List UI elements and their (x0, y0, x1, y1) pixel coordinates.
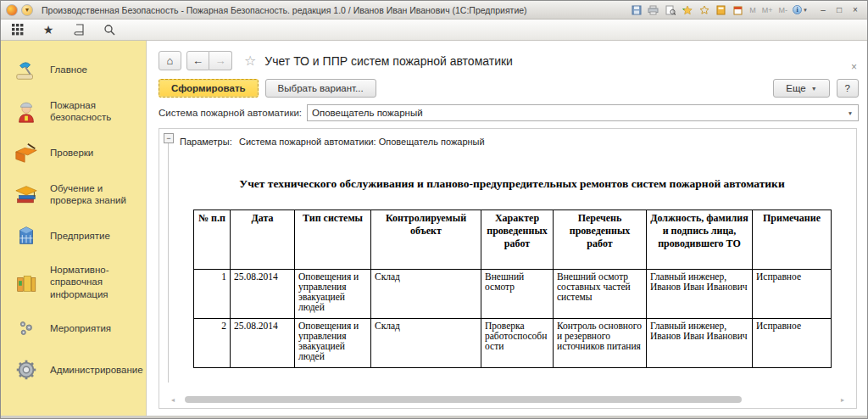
folder-pencil-icon (11, 139, 42, 166)
search-icon[interactable] (103, 23, 116, 36)
1c-logo-icon[interactable] (6, 4, 18, 16)
minimize-button[interactable]: – (816, 4, 830, 16)
report-params: Параметры: Система пожарной автоматики: … (180, 137, 856, 147)
col-header-object: Контролируемый объект (371, 210, 481, 270)
quick-toolbar: ★ (1, 20, 867, 41)
page-title: Учет ТО и ППР систем пожарной автоматики (264, 54, 513, 68)
group-line (168, 143, 169, 383)
titlebar: ▼ Производственная Безопасность - Пожарн… (1, 1, 867, 20)
save-icon[interactable] (630, 4, 643, 16)
sidebar-item-enterprise[interactable]: Предприятие (9, 219, 142, 253)
print-preview-icon[interactable] (664, 4, 676, 16)
cell-system-type: Оповещения и управления эвакуацией людей (295, 319, 371, 368)
history-icon[interactable] (72, 23, 86, 36)
report-spreadsheet-area[interactable]: − Параметры: Система пожарной автоматики… (159, 128, 857, 409)
cell-person: Главный инженер, Иванов Иван Иванович (647, 319, 753, 368)
gear-icon (11, 356, 42, 383)
table-row: 1 25.08.2014 Оповещения и управления эва… (194, 270, 832, 319)
group-collapse-button[interactable]: − (164, 133, 174, 143)
print-icon[interactable] (647, 4, 659, 16)
horizontal-scrollbar: ◂ ▸ (171, 395, 844, 404)
more-button[interactable]: Еще ▼ (773, 79, 829, 98)
filter-label: Система пожарной автоматики: (159, 108, 302, 118)
nav-row: ⌂ ← → ☆ Учет ТО и ППР систем пожарной ав… (159, 51, 859, 70)
info-icon: i (793, 5, 802, 14)
favorites-star-icon[interactable]: ★ (42, 23, 55, 36)
cell-date: 25.08.2014 (231, 270, 295, 319)
sidebar-item-main[interactable]: Главное (9, 53, 142, 87)
cell-date: 25.08.2014 (231, 319, 295, 368)
close-form-icon[interactable]: × (851, 61, 857, 73)
memory-add-button[interactable]: М+ (761, 6, 774, 14)
forward-button[interactable]: → (209, 51, 232, 70)
cell-num: 2 (194, 319, 231, 368)
cell-work-nature: Проверка работоспособности (481, 319, 554, 368)
sidebar-item-label: Нормативно-справочная информация (50, 264, 141, 300)
scroll-right-icon[interactable]: ▸ (841, 396, 844, 404)
table-header-row: № п.п Дата Тип системы Контролируемый об… (194, 210, 832, 270)
filter-row: Система пожарной автоматики: Оповещатель… (159, 104, 859, 121)
cell-object: Склад (371, 319, 481, 368)
sidebar-item-label: Мероприятия (50, 322, 111, 334)
sections-panel: Главное Пожарная безопасность Проверки О… (1, 41, 147, 416)
app-body: Главное Пожарная безопасность Проверки О… (1, 41, 867, 418)
favorite-toggle-icon[interactable]: ☆ (244, 53, 256, 69)
info-menu-button[interactable]: i ▼ (793, 5, 808, 14)
sidebar-item-events[interactable]: Мероприятия (9, 311, 142, 345)
col-header-work-nature: Характер проведенных работ (481, 210, 554, 270)
scrollbar-track[interactable] (176, 396, 839, 403)
action-row: Сформировать Выбрать вариант... Еще ▼ ? (159, 79, 859, 98)
combobox-arrow-icon[interactable]: ▼ (843, 105, 858, 120)
main-panel: × ⌂ ← → ☆ Учет ТО и ППР систем пожарной … (147, 41, 867, 416)
sidebar-item-label: Обучение и проверка знаний (50, 182, 141, 207)
cell-work-list: Контроль основного и резервного источник… (554, 319, 647, 368)
col-header-note: Примечание (753, 210, 832, 270)
generate-button[interactable]: Сформировать (159, 79, 259, 98)
back-button[interactable]: ← (186, 51, 209, 70)
col-header-work-list: Перечень проведенных работ (554, 210, 647, 270)
memory-subtract-button[interactable]: М- (778, 6, 789, 14)
chevron-down-icon: ▼ (811, 86, 817, 92)
col-header-date: Дата (231, 210, 295, 270)
main-menu-dropdown-icon[interactable]: ▼ (21, 4, 33, 16)
cell-num: 1 (194, 270, 231, 319)
chevron-down-icon: ▼ (803, 8, 808, 13)
calculator-icon[interactable] (715, 4, 727, 16)
maintenance-table: № п.п Дата Тип системы Контролируемый об… (193, 210, 832, 368)
sidebar-item-inspections[interactable]: Проверки (9, 136, 142, 170)
params-label: Параметры: (180, 137, 239, 147)
window-title: Производственная Безопасность - Пожарная… (42, 5, 626, 15)
cell-note: Исправное (753, 270, 832, 319)
calendar-icon[interactable] (732, 4, 744, 16)
add-favorite-icon[interactable] (681, 4, 693, 16)
favorites-icon[interactable] (698, 4, 710, 16)
memory-store-button[interactable]: М (748, 6, 757, 14)
col-header-system-type: Тип системы (295, 210, 371, 270)
sidebar-item-label: Администрирование (50, 364, 143, 376)
combobox-value: Оповещатель пожарный (308, 108, 843, 118)
scrollbar-thumb[interactable] (185, 396, 742, 403)
home-button[interactable]: ⌂ (159, 51, 181, 70)
fireman-icon (11, 98, 42, 125)
window-controls: – □ × (816, 4, 862, 16)
titlebar-tools: М М+ М- i ▼ (630, 4, 808, 16)
more-button-label: Еще (786, 83, 805, 93)
cell-note: Исправное (753, 319, 832, 368)
menu-grid-icon[interactable] (11, 23, 25, 36)
app-window: ▼ Производственная Безопасность - Пожарн… (0, 0, 868, 419)
choose-variant-button[interactable]: Выбрать вариант... (265, 79, 376, 98)
maximize-button[interactable]: □ (832, 4, 846, 16)
help-button[interactable]: ? (837, 79, 859, 98)
cell-system-type: Оповещения и управления эвакуацией людей (295, 270, 371, 319)
history-nav: ← → (186, 51, 232, 70)
close-button[interactable]: × (849, 4, 862, 16)
sidebar-item-fire-safety[interactable]: Пожарная безопасность (9, 94, 142, 128)
sidebar-item-training[interactable]: Обучение и проверка знаний (9, 177, 142, 211)
sidebar-item-reference-info[interactable]: Нормативно-справочная информация (9, 260, 142, 304)
sidebar-item-administration[interactable]: Администрирование (9, 353, 142, 387)
building-icon (11, 222, 42, 249)
cell-work-nature: Внешний осмотр (481, 270, 554, 319)
scroll-left-icon[interactable]: ◂ (171, 396, 175, 404)
desk-lamp-icon (11, 56, 42, 83)
fire-system-combobox[interactable]: Оповещатель пожарный ▼ (307, 104, 859, 121)
